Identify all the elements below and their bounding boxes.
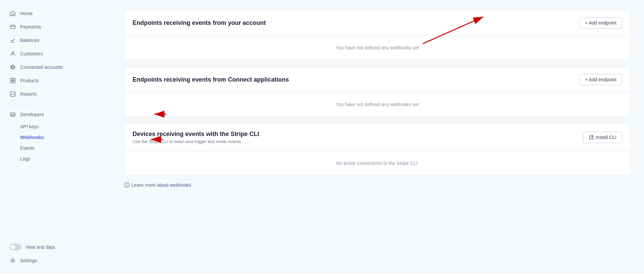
sidebar-sub-item-webhooks-label: Webhooks	[20, 135, 44, 140]
sidebar: Home Payments Balances Customers	[0, 0, 111, 274]
sidebar-item-reports[interactable]: Reports	[0, 87, 110, 101]
sidebar-sub-item-logs[interactable]: Logs	[0, 153, 110, 164]
sidebar-divider	[0, 104, 110, 104]
info-icon	[124, 182, 130, 188]
account-endpoints-card: Endpoints receiving events from your acc…	[124, 10, 631, 60]
sidebar-item-reports-label: Reports	[20, 91, 37, 97]
add-endpoint-button-1[interactable]: + Add endpoint	[579, 17, 622, 29]
main-content: Endpoints receiving events from your acc…	[111, 0, 644, 274]
reports-icon	[9, 91, 16, 97]
sidebar-sub-item-api-keys[interactable]: API keys	[0, 121, 110, 132]
stripe-cli-subtitle: Use the Stripe CLI to listen and trigger…	[133, 139, 259, 144]
account-endpoints-empty-text: You have not defined any webhooks yet	[336, 45, 419, 50]
connect-endpoints-title: Endpoints receiving events from Connect …	[133, 76, 289, 83]
payments-icon	[9, 24, 16, 30]
connect-endpoints-header: Endpoints receiving events from Connect …	[125, 67, 630, 92]
gear-icon	[9, 257, 16, 264]
sidebar-item-customers[interactable]: Customers	[0, 47, 110, 60]
sidebar-item-payments-label: Payments	[20, 24, 41, 30]
sidebar-sub-item-api-keys-label: API keys	[20, 124, 39, 129]
view-test-data-toggle[interactable]	[9, 244, 21, 250]
external-link-icon	[589, 135, 594, 140]
view-test-data-label: View test data	[26, 244, 55, 250]
sidebar-item-balances-label: Balances	[20, 38, 40, 43]
connect-endpoints-empty-text: You have not defined any webhooks yet	[336, 102, 419, 107]
sidebar-item-connected-accounts[interactable]: Connected accounts	[0, 60, 110, 74]
balances-icon	[9, 37, 16, 44]
stripe-cli-empty-text: No active connections to the Stripe CLI.	[336, 161, 419, 166]
stripe-cli-empty: No active connections to the Stripe CLI.	[125, 151, 630, 175]
install-cli-button-label: Install CLI	[596, 135, 616, 140]
connect-endpoints-empty: You have not defined any webhooks yet	[125, 92, 630, 117]
connected-accounts-icon	[9, 64, 16, 71]
sidebar-item-settings[interactable]: Settings	[0, 254, 110, 267]
account-endpoints-header: Endpoints receiving events from your acc…	[125, 10, 630, 36]
learn-more-link[interactable]: Learn more about webhooks.	[124, 182, 631, 188]
connect-endpoints-card: Endpoints receiving events from Connect …	[124, 67, 631, 117]
sidebar-item-connected-accounts-label: Connected accounts	[20, 64, 63, 70]
sidebar-sub-item-events[interactable]: Events	[0, 143, 110, 153]
sidebar-sub-item-logs-label: Logs	[20, 156, 30, 162]
svg-rect-8	[13, 78, 15, 80]
view-test-data-item[interactable]: View test data	[0, 240, 110, 254]
svg-point-17	[12, 260, 14, 262]
customers-icon	[9, 50, 16, 57]
account-endpoints-title: Endpoints receiving events from your acc…	[133, 19, 266, 27]
sidebar-item-home[interactable]: Home	[0, 7, 110, 20]
products-icon	[9, 77, 16, 84]
sidebar-item-developers-label: Developers	[20, 112, 44, 117]
sidebar-item-home-label: Home	[20, 11, 33, 16]
sidebar-item-developers[interactable]: Developers	[0, 108, 110, 121]
svg-rect-10	[13, 81, 15, 83]
sidebar-item-payments[interactable]: Payments	[0, 20, 110, 34]
developers-icon	[9, 111, 16, 118]
stripe-cli-card: Devices receiving events with the Stripe…	[124, 124, 631, 176]
stripe-cli-header-text: Devices receiving events with the Stripe…	[133, 131, 259, 144]
sidebar-sub-item-events-label: Events	[20, 145, 35, 151]
svg-rect-9	[10, 81, 12, 83]
sidebar-item-customers-label: Customers	[20, 51, 43, 56]
svg-point-24	[127, 184, 127, 184]
svg-line-16	[12, 114, 13, 116]
add-endpoint-button-2[interactable]: + Add endpoint	[579, 74, 622, 85]
install-cli-button[interactable]: Install CLI	[583, 132, 622, 143]
svg-rect-7	[10, 78, 12, 80]
stripe-cli-title: Devices receiving events with the Stripe…	[133, 131, 259, 138]
sidebar-sub-item-webhooks[interactable]: Webhooks	[0, 132, 110, 143]
learn-more-text: Learn more about webhooks.	[132, 182, 192, 188]
sidebar-bottom: View test data Settings	[0, 237, 110, 267]
svg-rect-0	[10, 25, 15, 29]
svg-point-3	[12, 52, 14, 54]
stripe-cli-header: Devices receiving events with the Stripe…	[125, 124, 630, 151]
sidebar-item-products[interactable]: Products	[0, 74, 110, 87]
home-icon	[9, 10, 16, 17]
sidebar-item-balances[interactable]: Balances	[0, 34, 110, 47]
account-endpoints-empty: You have not defined any webhooks yet	[125, 36, 630, 60]
sidebar-item-products-label: Products	[20, 78, 39, 83]
sidebar-item-settings-label: Settings	[20, 258, 37, 263]
